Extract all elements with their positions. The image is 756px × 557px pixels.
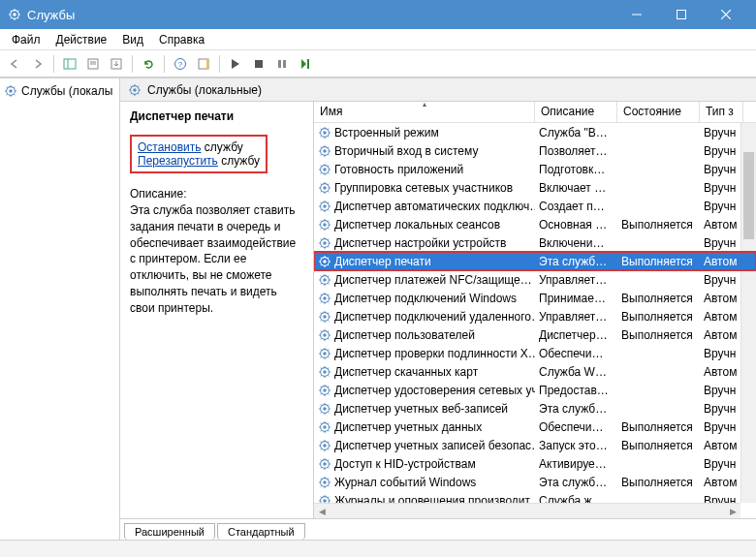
toolbar-separator [132, 55, 133, 73]
service-type: Автом [700, 255, 743, 268]
action-bar-button[interactable] [193, 53, 214, 75]
service-type: Автом [700, 218, 743, 232]
service-desc: Создает п… [535, 200, 617, 213]
gear-icon [318, 457, 331, 471]
service-row[interactable]: Диспетчер платежей NFC/защище…Управляет…… [314, 270, 756, 289]
forward-button[interactable] [27, 53, 48, 75]
stop-service-button[interactable] [248, 53, 269, 75]
export-button[interactable] [106, 53, 127, 75]
service-row[interactable]: Диспетчер печатиЭта служб…ВыполняетсяАвт… [314, 252, 756, 270]
service-row[interactable]: Вторичный вход в системуПозволяет…Вручн [314, 141, 756, 160]
gear-icon [318, 163, 331, 176]
menu-view[interactable]: Вид [114, 31, 151, 48]
service-row[interactable]: Диспетчер локальных сеансовОсновная …Вып… [314, 215, 756, 233]
back-button[interactable] [4, 53, 25, 75]
horizontal-scrollbar[interactable]: ◀▶ [314, 503, 740, 518]
gear-icon [318, 200, 331, 213]
service-row[interactable]: Журнал событий WindowsЭта служб…Выполняе… [314, 473, 756, 491]
svg-rect-34 [255, 60, 263, 68]
service-name: Группировка сетевых участников [334, 181, 513, 195]
svg-text:?: ? [178, 60, 183, 69]
service-row[interactable]: Диспетчер автоматических подключ…Создает… [314, 197, 756, 215]
menu-help[interactable]: Справка [151, 31, 212, 48]
minimize-button[interactable] [614, 0, 659, 29]
refresh-button[interactable] [138, 53, 159, 75]
service-row[interactable]: Диспетчер подключений удаленного…Управля… [314, 307, 756, 325]
tree-root-services[interactable]: Службы (локалы [2, 82, 117, 100]
scroll-right-icon: ▶ [725, 507, 740, 516]
tab-extended[interactable]: Расширенный [124, 523, 215, 540]
tree-root-label: Службы (локалы [21, 84, 112, 98]
help-button[interactable]: ? [170, 53, 191, 75]
service-type: Вручн [700, 420, 743, 434]
service-row[interactable]: Диспетчер скачанных картСлужба W…Автом [314, 362, 756, 381]
service-state: Выполняется [617, 328, 700, 342]
main-area: Службы (локалы Службы (локальные) Диспет… [0, 77, 756, 540]
sort-asc-icon: ▴ [423, 102, 426, 108]
column-state[interactable]: Состояние [617, 102, 700, 122]
toolbar-separator [219, 55, 220, 73]
service-row[interactable]: Готовность приложенийПодготовк…Вручн [314, 160, 756, 178]
service-type: Вручн [700, 236, 743, 250]
service-row[interactable]: Группировка сетевых участниковВключает …… [314, 178, 756, 197]
tree-pane: Службы (локалы [0, 78, 120, 540]
svg-rect-24 [64, 59, 76, 69]
service-name: Диспетчер скачанных карт [334, 365, 478, 379]
service-type: Вручн [700, 457, 743, 471]
service-type: Вручн [700, 181, 743, 195]
service-type: Автом [700, 439, 743, 452]
stop-suffix: службу [202, 140, 243, 154]
gear-icon [128, 83, 142, 97]
tab-standard[interactable]: Стандартный [217, 523, 305, 540]
list-rows[interactable]: Встроенный режимСлужба "В…ВручнВторичный… [314, 123, 756, 518]
service-type: Вручн [700, 384, 743, 397]
gear-icon [318, 236, 331, 250]
service-row[interactable]: Диспетчер учетных веб-записейЭта служб…В… [314, 399, 756, 418]
menu-file[interactable]: Файл [4, 31, 48, 48]
properties-button[interactable] [82, 53, 104, 75]
show-hide-tree-button[interactable] [59, 53, 80, 75]
service-desc: Включает … [535, 181, 617, 195]
close-button[interactable] [704, 0, 748, 29]
statusbar [0, 540, 756, 557]
column-name[interactable]: ▴Имя [314, 102, 535, 122]
service-desc: Обеспечи… [535, 420, 617, 434]
service-row[interactable]: Диспетчер удостоверения сетевых уч…Предо… [314, 381, 756, 399]
svg-rect-33 [206, 59, 208, 69]
service-name: Диспетчер учетных веб-записей [334, 402, 508, 416]
toolbar-separator [53, 55, 54, 73]
menu-action[interactable]: Действие [48, 31, 115, 48]
service-row[interactable]: Диспетчер настройки устройствВключени…Вр… [314, 233, 756, 252]
restart-service-link[interactable]: Перезапустить [138, 154, 218, 168]
gear-icon [318, 384, 331, 397]
vertical-scrollbar[interactable] [740, 123, 756, 503]
service-name: Диспетчер удостоверения сетевых уч… [334, 384, 535, 397]
service-row[interactable]: Доступ к HID-устройствамАктивируе…Вручн [314, 454, 756, 473]
detail-pane: Диспетчер печати Остановить службу Перез… [120, 102, 314, 518]
gear-icon [318, 310, 331, 324]
stop-service-link[interactable]: Остановить [138, 140, 202, 154]
column-description[interactable]: Описание [535, 102, 617, 122]
right-header-label: Службы (локальные) [147, 83, 262, 97]
service-desc: Эта служб… [535, 476, 617, 489]
service-desc: Служба "В… [535, 126, 617, 139]
scroll-thumb[interactable] [743, 152, 754, 239]
service-row[interactable]: Диспетчер пользователейДиспетчер…Выполня… [314, 325, 756, 344]
service-row[interactable]: Диспетчер учетных записей безопас…Запуск… [314, 436, 756, 454]
pause-service-button[interactable] [271, 53, 293, 75]
gear-icon [318, 439, 331, 452]
service-row[interactable]: Встроенный режимСлужба "В…Вручн [314, 123, 756, 141]
service-name: Диспетчер автоматических подключ… [334, 200, 535, 213]
service-row[interactable]: Диспетчер подключений WindowsПринимае…Вы… [314, 289, 756, 307]
service-row[interactable]: Диспетчер учетных данныхОбеспечи…Выполня… [314, 418, 756, 436]
column-startup-type[interactable]: Тип з [700, 102, 743, 122]
maximize-button[interactable] [659, 0, 704, 29]
service-list: ▴Имя Описание Состояние Тип з Встроенный… [314, 102, 756, 518]
start-service-button[interactable] [225, 53, 246, 75]
service-row[interactable]: Диспетчер проверки подлинности X…Обеспеч… [314, 344, 756, 362]
restart-service-button[interactable] [295, 53, 316, 75]
gear-icon [318, 365, 331, 379]
selected-service-name: Диспетчер печати [130, 109, 303, 123]
service-type: Автом [700, 292, 743, 305]
right-header: Службы (локальные) [120, 78, 756, 102]
